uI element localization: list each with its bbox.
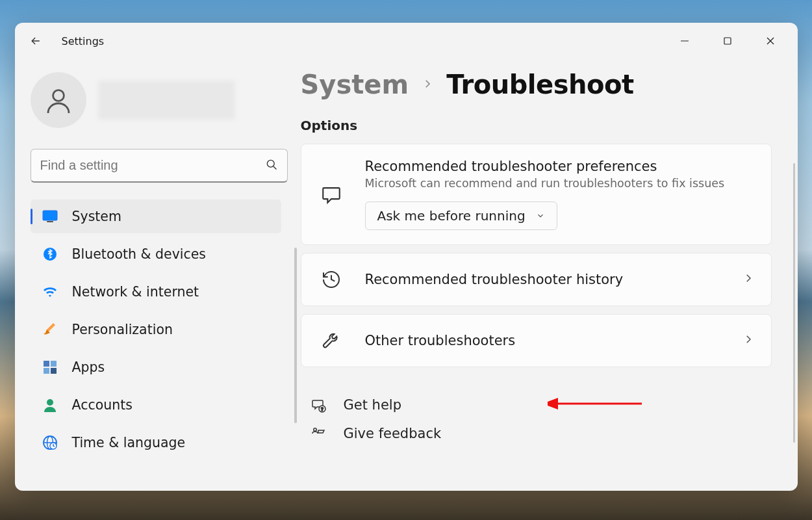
system-icon [42, 209, 58, 224]
main-scrollbar[interactable] [793, 163, 795, 443]
minimize-button[interactable] [677, 33, 692, 49]
preferences-dropdown[interactable]: Ask me before running [365, 202, 557, 230]
card-title: Recommended troubleshooter preferences [365, 159, 754, 174]
globe-clock-icon [42, 435, 58, 450]
svg-rect-12 [44, 368, 49, 374]
window-controls [677, 33, 787, 49]
sidebar: System Bluetooth & devices Network & int… [15, 66, 301, 491]
main-content: System Troubleshoot Options Recommended … [301, 66, 798, 491]
paintbrush-icon [42, 322, 58, 337]
search-box[interactable] [31, 149, 288, 183]
sidebar-item-accounts[interactable]: Accounts [31, 388, 281, 422]
sidebar-item-label: Accounts [72, 397, 133, 413]
svg-rect-13 [51, 368, 57, 374]
svg-point-4 [53, 90, 64, 101]
card-recommended-preferences: Recommended troubleshooter preferences M… [301, 144, 772, 245]
sidebar-item-label: Personalization [72, 322, 173, 337]
wrench-icon [318, 330, 344, 351]
sidebar-item-label: Time & language [72, 435, 186, 450]
svg-rect-10 [44, 361, 49, 367]
card-subtitle: Microsoft can recommend and run troubles… [365, 177, 754, 190]
sidebar-item-label: System [72, 209, 121, 224]
svg-line-6 [273, 166, 276, 169]
search-icon [265, 158, 278, 174]
feedback-label: Give feedback [344, 426, 442, 441]
back-button[interactable] [25, 31, 46, 51]
search-input[interactable] [40, 158, 265, 173]
card-title: Other troubleshooters [365, 333, 722, 348]
sidebar-item-personalization[interactable]: Personalization [31, 313, 281, 346]
chevron-right-icon [742, 333, 754, 348]
svg-point-5 [267, 160, 274, 167]
section-options-title: Options [301, 118, 772, 133]
chevron-right-icon [742, 272, 754, 287]
get-help-link[interactable]: ? Get help [301, 393, 772, 417]
svg-point-14 [47, 399, 53, 406]
nav-list: System Bluetooth & devices Network & int… [31, 200, 288, 460]
svg-rect-8 [47, 221, 53, 222]
give-feedback-link[interactable]: Give feedback [301, 422, 772, 445]
titlebar: Settings [15, 23, 798, 59]
user-name-redacted [98, 81, 235, 120]
help-label: Get help [344, 397, 402, 413]
sidebar-item-apps[interactable]: Apps [31, 350, 281, 384]
app-title: Settings [62, 35, 105, 47]
card-troubleshooter-history[interactable]: Recommended troubleshooter history [301, 253, 772, 306]
svg-rect-11 [51, 361, 57, 367]
svg-point-22 [313, 428, 316, 431]
sidebar-item-label: Bluetooth & devices [72, 246, 207, 262]
breadcrumb: System Troubleshoot [301, 70, 772, 99]
sidebar-item-time-language[interactable]: Time & language [31, 426, 281, 460]
chevron-down-icon [536, 208, 545, 224]
settings-window: Settings [15, 23, 798, 491]
accounts-icon [42, 397, 58, 413]
history-icon [318, 269, 344, 290]
card-title: Recommended troubleshooter history [365, 272, 722, 287]
user-profile[interactable] [31, 72, 288, 128]
sidebar-item-label: Apps [72, 359, 105, 375]
apps-icon [42, 359, 58, 375]
svg-rect-1 [724, 38, 731, 44]
chat-bubble-icon [318, 183, 344, 205]
help-icon: ? [307, 397, 329, 413]
dropdown-value: Ask me before running [377, 208, 526, 224]
svg-rect-7 [43, 211, 57, 220]
breadcrumb-current: Troubleshoot [446, 70, 633, 99]
svg-text:?: ? [320, 407, 323, 412]
card-other-troubleshooters[interactable]: Other troubleshooters [301, 314, 772, 367]
avatar [31, 72, 86, 128]
sidebar-item-system[interactable]: System [31, 200, 281, 233]
sidebar-item-network[interactable]: Network & internet [31, 275, 281, 309]
breadcrumb-parent[interactable]: System [301, 70, 409, 99]
close-button[interactable] [763, 33, 778, 49]
sidebar-item-label: Network & internet [72, 284, 199, 300]
wifi-icon [42, 284, 58, 300]
sidebar-scrollbar[interactable] [294, 248, 297, 423]
bluetooth-icon [42, 246, 58, 262]
feedback-icon [307, 426, 329, 441]
sidebar-item-bluetooth[interactable]: Bluetooth & devices [31, 237, 281, 271]
maximize-button[interactable] [720, 33, 735, 49]
chevron-right-icon [422, 75, 433, 94]
